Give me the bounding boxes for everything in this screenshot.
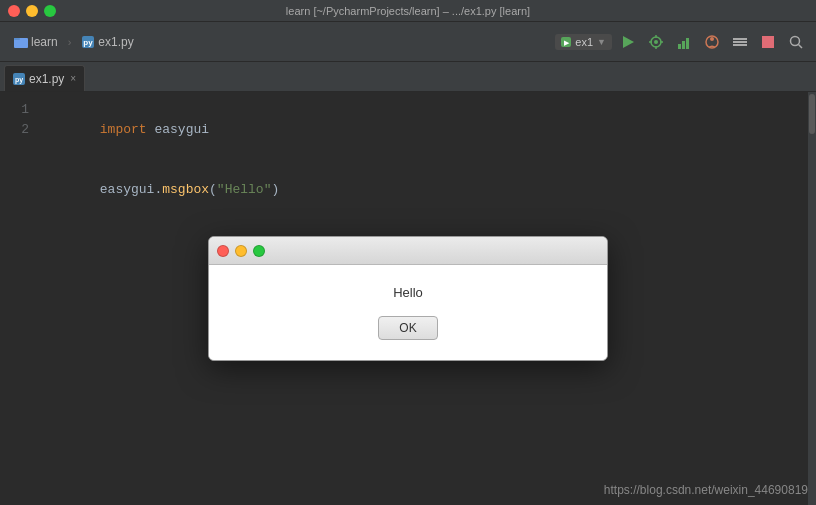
folder-icon <box>14 36 28 48</box>
dashboard-icon <box>732 34 748 50</box>
svg-point-22 <box>791 36 800 45</box>
nav-separator: › <box>68 36 72 48</box>
window-title: learn [~/PycharmProjects/learn] – .../ex… <box>286 5 530 17</box>
window-maximize-button[interactable] <box>44 5 56 17</box>
run-dashboard-button[interactable] <box>728 30 752 54</box>
watermark-text: https://blog.csdn.net/weixin_44690819 <box>604 483 808 497</box>
editor-tab[interactable]: py ex1.py × <box>4 65 85 91</box>
svg-rect-1 <box>14 38 20 40</box>
coverage-icon <box>676 34 692 50</box>
easygui-dialog[interactable]: Hello OK <box>208 236 608 361</box>
run-config-label: ex1 <box>575 36 593 48</box>
run-config-icon: ▶ <box>561 37 571 47</box>
svg-text:py: py <box>84 38 94 47</box>
run-config-selector[interactable]: ▶ ex1 ▼ <box>555 34 612 50</box>
tab-close-button[interactable]: × <box>70 73 76 84</box>
dialog-titlebar <box>209 237 607 265</box>
svg-rect-19 <box>733 41 747 43</box>
tab-bar: py ex1.py × <box>0 62 816 92</box>
svg-rect-20 <box>733 44 747 46</box>
file-label: ex1.py <box>98 35 133 49</box>
toolbar: learn › py ex1.py ▶ ex1 ▼ <box>0 22 816 62</box>
stop-icon <box>761 35 775 49</box>
project-label: learn <box>31 35 58 49</box>
svg-line-23 <box>799 44 803 48</box>
svg-marker-6 <box>623 36 634 48</box>
dialog-message: Hello <box>393 285 423 300</box>
dialog-minimize-button[interactable] <box>235 245 247 257</box>
dialog-ok-button[interactable]: OK <box>378 316 437 340</box>
search-icon <box>788 34 804 50</box>
svg-rect-18 <box>733 38 747 40</box>
svg-rect-21 <box>762 36 774 48</box>
coverage-button[interactable] <box>672 30 696 54</box>
file-nav-item[interactable]: py ex1.py <box>75 33 139 51</box>
watermark: https://blog.csdn.net/weixin_44690819 <box>604 483 808 497</box>
run-config-dropdown-icon: ▼ <box>597 37 606 47</box>
profile-button[interactable] <box>700 30 724 54</box>
window-close-button[interactable] <box>8 5 20 17</box>
debug-icon <box>648 34 664 50</box>
project-nav-item[interactable]: learn <box>8 33 64 51</box>
project-navigation: learn › py ex1.py <box>8 33 140 51</box>
dialog-body: Hello OK <box>209 265 607 360</box>
stop-button[interactable] <box>756 30 780 54</box>
toolbar-right: ▶ ex1 ▼ <box>555 30 808 54</box>
run-button[interactable] <box>616 30 640 54</box>
editor-area: 1 2 import easygui easygui.msgbox("Hello… <box>0 92 816 505</box>
python-file-icon: py <box>81 35 95 49</box>
profile-icon <box>704 34 720 50</box>
svg-rect-13 <box>678 44 681 49</box>
search-everywhere-button[interactable] <box>784 30 808 54</box>
dialog-maximize-button[interactable] <box>253 245 265 257</box>
window-controls[interactable] <box>8 5 56 17</box>
run-icon <box>620 34 636 50</box>
svg-rect-14 <box>682 41 685 49</box>
dialog-close-button[interactable] <box>217 245 229 257</box>
svg-text:py: py <box>15 76 23 84</box>
title-bar: learn [~/PycharmProjects/learn] – .../ex… <box>0 0 816 22</box>
svg-rect-15 <box>686 38 689 49</box>
window-minimize-button[interactable] <box>26 5 38 17</box>
svg-point-17 <box>710 37 714 41</box>
tab-python-icon: py <box>13 73 25 85</box>
debug-button[interactable] <box>644 30 668 54</box>
dialog-overlay: Hello OK <box>0 92 816 505</box>
tab-label: ex1.py <box>29 72 64 86</box>
svg-point-8 <box>654 40 658 44</box>
